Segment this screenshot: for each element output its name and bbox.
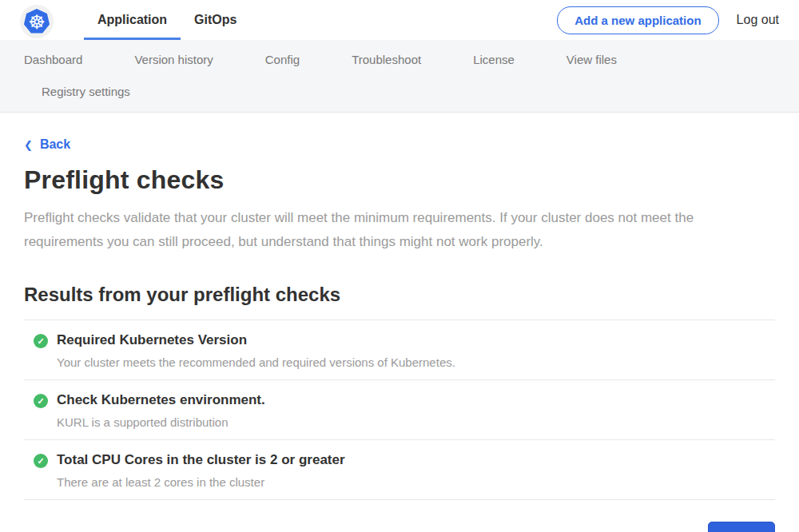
subnav-row-2: Registry settings	[24, 75, 775, 107]
check-title: Check Kubernetes environment.	[57, 392, 265, 408]
preflight-page: ❮ Back Preflight checks Preflight checks…	[0, 113, 799, 532]
check-passed-icon: ✓	[34, 394, 48, 408]
subnav-item-view-files[interactable]: View files	[566, 53, 617, 66]
subnav-row-1: Dashboard Version history Config Trouble…	[24, 43, 775, 75]
check-content: Total CPU Cores in the cluster is 2 or g…	[57, 452, 345, 489]
rerun-button[interactable]: Re-run	[708, 522, 775, 532]
preflight-results-list: ✓ Required Kubernetes Version Your clust…	[24, 320, 775, 500]
helm-wheel-icon: ☸	[28, 13, 46, 32]
add-new-application-button[interactable]: Add a new application	[557, 6, 718, 34]
tab-application[interactable]: Application	[84, 0, 181, 40]
check-description: There are at least 2 cores in the cluste…	[57, 475, 345, 489]
header-right: Add a new application Log out	[557, 6, 779, 34]
preflight-check-row: ✓ Total CPU Cores in the cluster is 2 or…	[24, 440, 775, 499]
subnav-item-version-history[interactable]: Version history	[134, 53, 213, 66]
divider	[24, 499, 775, 500]
app-subnav: Dashboard Version history Config Trouble…	[0, 40, 799, 113]
page-description: Preflight checks validate that your clus…	[24, 206, 771, 254]
subnav-item-registry-settings[interactable]: Registry settings	[42, 85, 130, 98]
tab-gitops[interactable]: GitOps	[181, 0, 250, 40]
subnav-item-dashboard[interactable]: Dashboard	[24, 53, 82, 66]
logout-link[interactable]: Log out	[737, 13, 779, 27]
back-link[interactable]: ❮ Back	[24, 137, 70, 152]
kubernetes-heptagon: ☸	[24, 9, 50, 34]
header-tabs: Application GitOps	[84, 0, 250, 40]
check-description: Your cluster meets the recommended and r…	[57, 355, 455, 369]
kubernetes-logo: ☸	[20, 5, 54, 38]
page-title: Preflight checks	[24, 165, 775, 195]
chevron-left-icon: ❮	[24, 139, 33, 151]
preflight-check-row: ✓ Check Kubernetes environment. KURL is …	[24, 380, 775, 439]
check-description: KURL is a supported distribution	[57, 415, 265, 429]
preflight-check-row: ✓ Required Kubernetes Version Your clust…	[24, 320, 775, 379]
check-title: Total CPU Cores in the cluster is 2 or g…	[57, 452, 345, 468]
app-header: ☸ Application GitOps Add a new applicati…	[0, 0, 799, 40]
results-title: Results from your preflight checks	[24, 284, 775, 306]
check-content: Required Kubernetes Version Your cluster…	[57, 332, 455, 369]
actions-row: Re-run	[24, 522, 775, 532]
back-label: Back	[40, 137, 70, 152]
check-title: Required Kubernetes Version	[57, 332, 455, 348]
check-content: Check Kubernetes environment. KURL is a …	[57, 392, 265, 429]
subnav-item-config[interactable]: Config	[265, 53, 300, 66]
subnav-item-troubleshoot[interactable]: Troubleshoot	[352, 53, 421, 66]
check-passed-icon: ✓	[34, 334, 48, 348]
subnav-item-license[interactable]: License	[473, 53, 515, 66]
check-passed-icon: ✓	[34, 454, 48, 468]
